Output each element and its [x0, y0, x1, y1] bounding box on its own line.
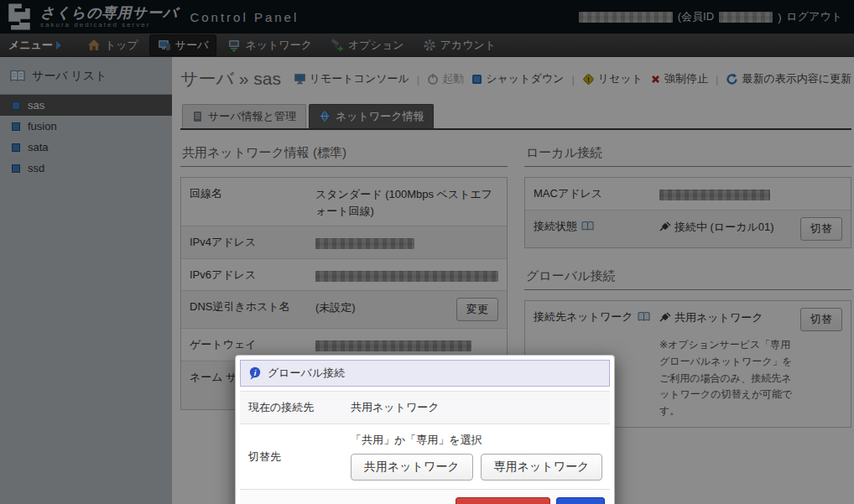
- dialog-title: グローバル接続: [268, 366, 345, 381]
- dialog-footer: キャンセル 切替: [240, 490, 610, 504]
- dialog-row-current: 現在の接続先 共用ネットワーク: [240, 392, 610, 424]
- switch-submit-button[interactable]: 切替: [556, 497, 605, 504]
- current-network-value: 共用ネットワーク: [347, 392, 610, 423]
- svg-text:i: i: [254, 368, 257, 377]
- dialog-body: 現在の接続先 共用ネットワーク 切替先 「共用」か「専用」を選択 共用ネットワー…: [240, 391, 610, 504]
- global-connection-dialog: i グローバル接続 現在の接続先 共用ネットワーク 切替先 「共用」か「専用」を…: [235, 355, 615, 504]
- dialog-titlebar: i グローバル接続: [240, 360, 610, 387]
- dialog-row-label: 切替先: [240, 441, 347, 473]
- target-hint: 「共用」か「専用」を選択: [351, 434, 482, 446]
- dialog-row-label: 現在の接続先: [240, 392, 347, 423]
- dialog-row-target: 切替先 「共用」か「専用」を選択 共用ネットワーク 専用ネットワーク: [240, 424, 610, 490]
- shared-network-option-button[interactable]: 共用ネットワーク: [351, 454, 473, 481]
- dedicated-network-option-button[interactable]: 専用ネットワーク: [481, 454, 603, 481]
- cancel-button[interactable]: キャンセル: [456, 497, 550, 504]
- info-icon: i: [248, 366, 262, 380]
